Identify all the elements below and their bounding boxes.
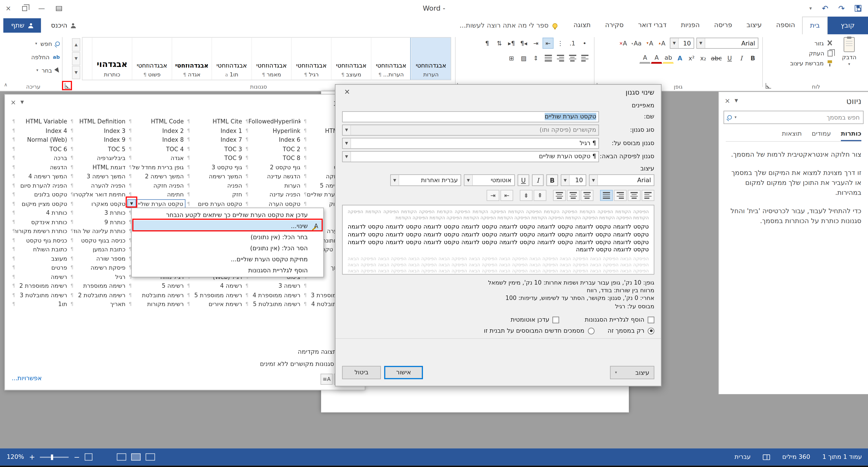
paragraph-button[interactable]: [579, 53, 590, 64]
select-dropdown-icon[interactable]: ▾: [36, 68, 38, 72]
following-paragraph-combobox[interactable]: ¶ טקסט הערת שוליים▼: [342, 151, 599, 162]
style-item[interactable]: ביבליוגרפיה¶: [69, 153, 127, 162]
style-item[interactable]: Normal (Web)¶: [11, 135, 69, 144]
style-item[interactable]: כותרת 4¶: [11, 208, 69, 217]
sign-in-button[interactable]: היכנס: [44, 17, 82, 34]
paragraph-button[interactable]: ¶▸: [506, 38, 517, 49]
style-item[interactable]: כותרת 3¶: [69, 208, 127, 217]
style-item[interactable]: חתימת דואר אלקטרוני¶: [69, 190, 127, 199]
style-item[interactable]: HTML Cite¶: [185, 117, 244, 126]
style-item[interactable]: Hyperlink¶: [244, 126, 302, 135]
font-format-button[interactable]: I: [736, 53, 747, 64]
style-item[interactable]: HTML Code¶: [127, 117, 185, 126]
style-card[interactable]: אבגדהוזחטיהערות: [411, 38, 451, 80]
style-item[interactable]: הערות¶: [244, 181, 302, 190]
paragraph-button[interactable]: ⇤: [542, 38, 554, 49]
style-item[interactable]: רשימה ממוספרת 5¶: [185, 290, 244, 299]
style-item[interactable]: TOC 4¶: [127, 144, 185, 153]
format-painter-button[interactable]: מברשת עיצוב: [767, 60, 833, 66]
style-item[interactable]: Index 9¶: [69, 135, 127, 144]
style-item-dropdown-button[interactable]: ▼: [128, 199, 136, 208]
dialog-script-combobox[interactable]: עברית ואחרות▼: [391, 174, 461, 186]
font-format-button[interactable]: A: [651, 53, 662, 64]
style-item[interactable]: רשימה ממוספרת 2¶: [11, 281, 69, 290]
ribbon-tab[interactable]: דברי דואר: [631, 17, 674, 34]
font-format-button[interactable]: x²: [686, 53, 697, 64]
style-item[interactable]: חזק¶: [185, 190, 244, 199]
font-format-button[interactable]: B: [747, 53, 758, 64]
ribbon-tab[interactable]: פריסה: [707, 17, 739, 34]
ribbon-tab[interactable]: בית: [802, 17, 827, 34]
paragraph-button[interactable]: ⇅: [494, 38, 505, 49]
new-documents-radio[interactable]: [588, 328, 594, 334]
style-item[interactable]: גוף טקסט 3¶: [185, 162, 244, 172]
word-count[interactable]: 360 מילים: [776, 454, 816, 461]
ribbon-tab[interactable]: תצוגה: [566, 17, 598, 34]
style-item[interactable]: הדגשה¶: [11, 162, 69, 172]
dialog-bold-button[interactable]: B: [546, 174, 558, 186]
style-item[interactable]: המשך רשימה¶: [185, 172, 244, 181]
style-item[interactable]: FollowedHyperlink¶: [244, 117, 302, 126]
dialog-script-dropdown-icon[interactable]: ▼: [391, 175, 399, 186]
style-item[interactable]: HTML Definition¶: [69, 117, 127, 126]
style-name-field[interactable]: טקסט הערת שוליים: [342, 111, 599, 122]
style-item[interactable]: Index 7¶: [185, 135, 244, 144]
customize-qat-icon[interactable]: ▾: [809, 5, 812, 11]
font-family-dropdown-icon[interactable]: ▼: [697, 38, 705, 48]
based-on-dropdown-icon[interactable]: ▼: [343, 138, 351, 148]
dialog-italic-button[interactable]: I: [532, 174, 544, 186]
style-item[interactable]: פרטים¶: [11, 263, 69, 272]
style-item[interactable]: רשימה מתובלטת 3¶: [11, 290, 69, 299]
styles-pane-menu-icon[interactable]: ▼: [21, 100, 24, 105]
format-menu-button[interactable]: עיצוב▾: [610, 366, 654, 379]
style-item[interactable]: מעוצב¶: [11, 254, 69, 263]
search-input[interactable]: [740, 114, 863, 121]
language-indicator[interactable]: עברית: [728, 454, 757, 461]
style-item[interactable]: Index 2¶: [127, 126, 185, 135]
styles-dialog-launcher-icon[interactable]: [65, 83, 70, 88]
dialog-font-family-combobox[interactable]: Arial▼: [589, 174, 654, 186]
style-item[interactable]: כתובת הנמען¶: [69, 245, 127, 254]
style-item[interactable]: Index 4¶: [11, 126, 69, 135]
style-item[interactable]: TOC 2¶: [244, 144, 302, 153]
print-layout-icon[interactable]: [131, 454, 141, 461]
style-item[interactable]: הפניה להערה¶: [69, 181, 127, 190]
find-button[interactable]: חפש▾: [31, 39, 60, 49]
style-card[interactable]: אבגדהוזחטיאגדה ¶: [172, 38, 211, 80]
style-item[interactable]: כותרת רשימת מקורות¶: [11, 226, 69, 236]
style-item[interactable]: מספר שורה¶: [69, 254, 127, 263]
style-item[interactable]: טקסט הערה¶: [244, 199, 302, 208]
style-item[interactable]: טקסט מציין מיקום¶: [11, 199, 69, 208]
dialog-font-color-combobox[interactable]: אוטומטי▼: [464, 174, 515, 186]
menu-item[interactable]: עדכן את טקסט הערת שוליים כך שיתאים לקטע …: [132, 209, 323, 220]
paragraph-button[interactable]: [567, 53, 578, 64]
font-family-combobox[interactable]: Arial▼: [696, 38, 758, 49]
style-item[interactable]: Index 6¶: [244, 135, 302, 144]
only-this-document-option[interactable]: רק במסמך זה: [608, 327, 654, 334]
style-card[interactable]: אבגדהוזחטירגיל ¶: [291, 38, 331, 80]
menu-item[interactable]: הסר הכל: (אין נתונים): [132, 243, 323, 254]
replace-button[interactable]: abהחלפה: [31, 52, 60, 62]
paragraph-button[interactable]: ⇥: [530, 38, 541, 49]
format-button[interactable]: [614, 190, 627, 201]
style-item[interactable]: רשימה 4¶: [185, 281, 244, 290]
search-dropdown-icon[interactable]: ▾: [735, 115, 737, 120]
font-clear-button[interactable]: A: [618, 38, 629, 49]
style-item[interactable]: Index 3¶: [69, 126, 127, 135]
font-case-button[interactable]: Aa: [630, 38, 643, 49]
style-card[interactable]: אבגדהויכותרות: [92, 38, 132, 80]
following-paragraph-dropdown-icon[interactable]: ▼: [343, 151, 351, 161]
style-item[interactable]: רשימה מתובלטת¶: [127, 290, 185, 299]
paragraph-button[interactable]: ¶: [482, 38, 493, 49]
style-item[interactable]: טקסט מאקרו¶: [69, 199, 127, 208]
ribbon-tab[interactable]: עיצוב: [739, 17, 769, 34]
styles-pane-close-icon[interactable]: ×: [11, 98, 16, 106]
page-indicator[interactable]: עמוד 1 מתוך 1: [816, 454, 868, 461]
dialog-font-size-combobox[interactable]: 10▼: [561, 174, 586, 186]
format-button[interactable]: [628, 190, 640, 201]
style-item[interactable]: תאריך¶: [69, 300, 127, 309]
format-button[interactable]: [567, 190, 580, 201]
ribbon-tab[interactable]: הפניות: [674, 17, 707, 34]
style-card[interactable]: אבגדהוזחטימאמר ¶: [251, 38, 291, 80]
style-item[interactable]: הדגשה עדינה¶: [244, 172, 302, 181]
